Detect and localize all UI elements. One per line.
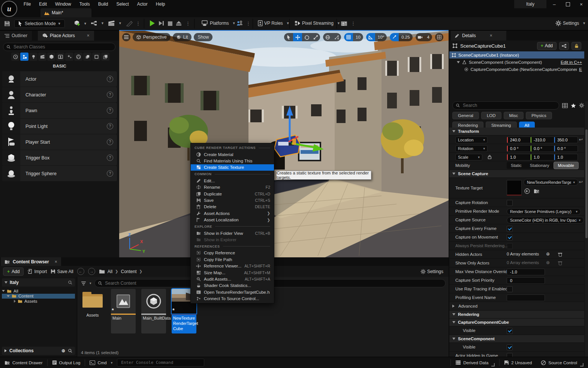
ctx-find-materials-using-this[interactable]: Find Materials Using This (191, 158, 274, 164)
scale-dropdown[interactable]: Scale▾ (455, 154, 482, 161)
ctx-show-in-folder-view[interactable]: Show in Folder View CTRL+B (191, 230, 274, 236)
scale-z-field[interactable]: 1.0 (554, 154, 578, 161)
geometry-category-icon[interactable] (83, 53, 91, 61)
capture-source-dropdown[interactable]: SceneColor (HDR) in RGB, Inv Opacity▾ (507, 217, 584, 224)
camera-speed-value[interactable]: 4 (425, 33, 432, 41)
tree-row-scenecapturecube1-instance[interactable]: SceneCaptureCube1 (Instance) (449, 51, 584, 59)
lights-category-icon[interactable] (29, 53, 37, 61)
tree-item-assets[interactable]: Assets (2, 299, 75, 304)
section-scenecomponent[interactable]: SceneComponent (449, 335, 584, 343)
scenecomponent-visible-checkbox[interactable] (507, 344, 513, 350)
ctx-copy-reference[interactable]: Copy Reference (191, 250, 274, 256)
row-scene-capture-advanced[interactable]: Advanced (449, 302, 584, 311)
tab-content-browser[interactable]: Content Browser × (1, 257, 61, 266)
output-log-button[interactable]: Output Log (48, 357, 85, 368)
save-all-button[interactable]: Save All (51, 269, 73, 274)
place-actors-close-icon[interactable]: × (87, 33, 90, 38)
section-scene-capture[interactable]: Scene Capture (449, 170, 584, 178)
unsaved-button[interactable]: * 2 Unsaved (500, 357, 536, 368)
ctx-shader-cook-statistics[interactable]: Shader Cook Statistics... (191, 282, 274, 289)
search-classes-box[interactable] (3, 43, 115, 51)
scale-lock-icon[interactable] (488, 155, 492, 159)
ctx-reference-viewer[interactable]: Reference Viewer... ALT+SHIFT+R (191, 263, 274, 269)
platforms-dropdown[interactable]: Platforms ▼ (201, 20, 236, 26)
hidden-actors-clear-icon[interactable] (558, 252, 562, 257)
details-search-box[interactable] (452, 101, 559, 110)
toolbar-overflow-dots[interactable]: ⋮ (136, 21, 141, 26)
save-level-icon[interactable] (4, 20, 10, 27)
place-actor-item-trigger-box[interactable]: Trigger Box ? (2, 150, 117, 165)
menu-file[interactable]: File (19, 0, 35, 8)
menu-window[interactable]: Window (51, 0, 75, 8)
location-dropdown[interactable]: Location▾ (455, 137, 488, 143)
ctx-connect-to-source-control[interactable]: Connect To Source Control... (191, 295, 274, 302)
rotation-x-field[interactable]: 0.0 ° (507, 145, 531, 152)
component-view-button[interactable] (559, 42, 569, 50)
hidden-actors-add-icon[interactable]: ⊕ (546, 251, 550, 257)
location-y-field[interactable]: -310.0 (530, 137, 554, 143)
menu-edit[interactable]: Edit (35, 0, 51, 8)
ctx-rename[interactable]: Rename F2 (191, 184, 274, 191)
viewport-show-dropdown[interactable]: Show (194, 33, 212, 41)
place-actor-item-character[interactable]: Character ? (2, 87, 117, 102)
rotation-snap-icon[interactable] (366, 33, 375, 41)
ctx-duplicate[interactable]: Duplicate CTRL+D (191, 191, 274, 197)
tree-row-scenecomponent[interactable]: SceneComponent (SceneComponent) Edit in … (449, 59, 584, 66)
ctx-edit[interactable]: Edit... (191, 177, 274, 184)
media-capture-icon[interactable] (340, 20, 348, 27)
pawn-help-icon[interactable]: ? (107, 107, 113, 114)
breadcrumb-content[interactable]: Content (121, 269, 136, 274)
expand-arrow-icon[interactable] (457, 61, 460, 63)
sources-search-icon[interactable] (68, 280, 72, 285)
ctx-create-static-texture[interactable]: Create Static Texture (191, 164, 274, 171)
grid-snap-icon[interactable] (344, 33, 353, 41)
tree-item-all[interactable]: All (2, 288, 75, 294)
details-settings-gear-icon[interactable] (579, 103, 584, 108)
cinematic-category-icon[interactable] (38, 53, 46, 61)
actor-help-icon[interactable]: ? (107, 76, 113, 82)
capture-sort-priority-field[interactable]: 0 (507, 277, 545, 284)
content-browser-close-icon[interactable]: × (55, 259, 57, 264)
select-tool-icon[interactable] (284, 33, 293, 41)
ctx-create-material[interactable]: Create Material (191, 151, 274, 158)
back-icon[interactable]: ← (77, 268, 84, 275)
capturecomponent-visible-checkbox[interactable] (507, 328, 513, 334)
capture-every-frame-checkbox[interactable] (507, 226, 513, 232)
ctx-audit-assets[interactable]: Audit Assets... ALT+SHIFT+A (191, 276, 274, 282)
rotate-tool-icon[interactable] (302, 33, 311, 41)
trigger-box-help-icon[interactable]: ? (107, 155, 113, 161)
volumes-category-icon[interactable] (92, 53, 100, 61)
shapes-category-icon[interactable] (47, 53, 55, 61)
camera-speed-icon[interactable] (416, 33, 425, 41)
cinematics-button[interactable]: ▼ (108, 20, 122, 26)
texture-target-dropdown[interactable]: NewTextureRenderTarge▾ (524, 179, 578, 186)
details-scrollbar[interactable] (585, 101, 588, 357)
sources-header[interactable]: Italy (2, 278, 75, 287)
show-only-actors-add-icon[interactable]: ⊕ (546, 260, 550, 265)
console-command-input[interactable] (120, 360, 201, 365)
all-classes-category-icon[interactable] (101, 53, 109, 61)
vp-roles-dropdown[interactable]: VP Roles ▼ (258, 20, 290, 26)
reset-texture-target-icon[interactable]: ↩ (579, 179, 583, 185)
place-actor-item-player-start[interactable]: Player Start ? (2, 134, 117, 150)
multi-user-dots[interactable]: ⋮ (246, 21, 251, 26)
scale-x-field[interactable]: 1.0 (507, 154, 531, 161)
rotation-snap-value[interactable]: 10° (375, 33, 387, 41)
scale-snap-icon[interactable] (390, 33, 399, 41)
ctx-open-header-file[interactable]: h Open TextureRenderTargetCube.h (191, 289, 274, 295)
move-tool-icon[interactable] (293, 33, 302, 41)
media-category-icon[interactable] (74, 53, 82, 61)
show-only-actors-clear-icon[interactable] (558, 261, 562, 265)
tab-place-actors[interactable]: Place Actors × (38, 31, 94, 41)
trigger-sphere-help-icon[interactable]: ? (107, 170, 113, 177)
place-actor-item-actor[interactable]: Actor ? (2, 71, 117, 87)
asset-tile-assets-folder[interactable]: Assets (80, 290, 105, 317)
maximize-viewport-icon[interactable] (435, 33, 443, 41)
grid-snap-value[interactable]: 10 (353, 33, 363, 41)
asset-tile-main-builtdata[interactable]: Main_BuiltData (141, 289, 166, 333)
location-z-field[interactable]: 350.0 (554, 137, 578, 143)
selection-mode-dropdown[interactable]: Selection Mode ▼ (14, 20, 65, 28)
level-tab-main[interactable]: Main* (40, 8, 91, 17)
menu-tools[interactable]: Tools (75, 0, 94, 8)
stop-button[interactable] (168, 21, 172, 26)
